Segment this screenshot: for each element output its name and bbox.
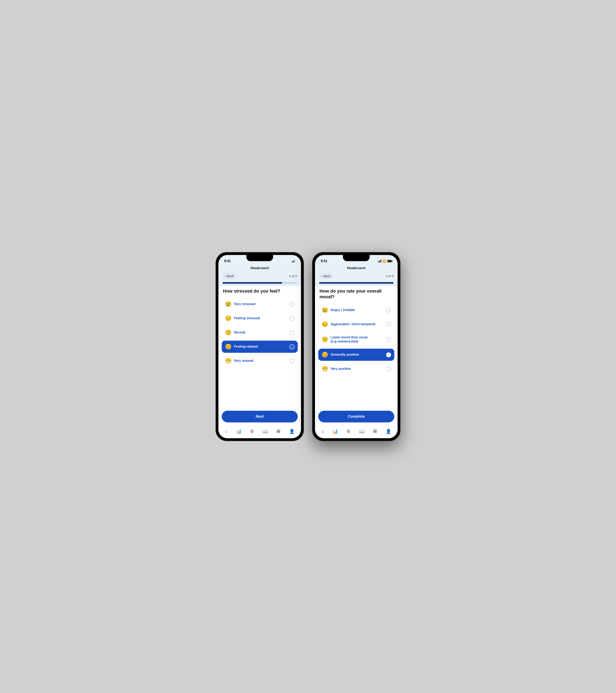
option-emoji-3: 🙂 xyxy=(225,329,232,336)
wifi-icon-2: 📶 xyxy=(383,259,386,263)
tab-book-2[interactable]: 📖 xyxy=(357,428,366,435)
option-check-5: ✓ xyxy=(290,358,294,363)
option-check-2-5: ✓ xyxy=(386,367,391,372)
back-chevron-2: ‹ xyxy=(321,274,322,278)
back-button-2[interactable]: ‹ Back xyxy=(319,273,333,279)
progress-fill-2 xyxy=(319,282,394,284)
tab-book-1[interactable]: 📖 xyxy=(261,428,270,435)
progress-bg-2 xyxy=(319,282,394,284)
signal-icon-1 xyxy=(292,260,295,262)
back-button-1[interactable]: ‹ Back xyxy=(222,273,237,279)
battery-icon-2 xyxy=(387,260,392,262)
notch-1 xyxy=(246,255,273,261)
option-1-very-relaxed[interactable]: 😁 Very relaxed ✓ xyxy=(222,355,298,367)
option-check-4: ✓ xyxy=(290,344,294,349)
step-indicator-1: 4 of 5 xyxy=(289,274,297,278)
back-label-1: Back xyxy=(227,274,234,278)
back-label-2: Back xyxy=(323,274,330,278)
option-emoji-2-3: 😕 xyxy=(322,336,328,343)
option-text-2: Feeling stressed xyxy=(234,316,287,320)
tab-building-2[interactable]: 🏛 xyxy=(371,428,379,435)
white-section-2: How do you rate your overall mood? 😢 Ang… xyxy=(315,286,398,438)
tab-settings-1[interactable]: ⚙ xyxy=(248,428,256,435)
bottom-button-area-2: Complete xyxy=(315,408,398,426)
option-2-angry[interactable]: 😢 Angry / irritable ✓ xyxy=(318,304,394,316)
option-1-feeling-stressed[interactable]: 😔 Feeling stressed ✓ xyxy=(222,312,298,324)
back-chevron-1: ‹ xyxy=(224,274,225,278)
profile-icon-1: 👤 xyxy=(289,429,295,434)
option-text-4: Feeling relaxed xyxy=(234,344,287,349)
next-button[interactable]: Next xyxy=(222,411,298,422)
option-text-1: Very stressed xyxy=(234,302,287,306)
signal-icon-2 xyxy=(378,260,381,262)
phone-2: 9:41 📶 Headcoach xyxy=(312,252,400,441)
app-header-1: Headcoach xyxy=(218,265,301,272)
option-2-lower-mood[interactable]: 😕 Lower mood than usual (e.g unintereste… xyxy=(318,332,394,347)
tab-chart-2[interactable]: 📊 xyxy=(331,428,340,435)
option-1-normal[interactable]: 🙂 Normal ✓ xyxy=(222,326,298,339)
step-indicator-2: 5 of 5 xyxy=(386,274,394,278)
option-check-2-3: ✓ xyxy=(386,337,391,342)
profile-icon-2: 👤 xyxy=(386,429,391,434)
option-check-1: ✓ xyxy=(290,302,294,307)
option-check-2-1: ✓ xyxy=(386,308,391,313)
settings-icon-1: ⚙ xyxy=(250,429,254,434)
option-emoji-2-5: 😁 xyxy=(322,366,328,372)
tab-home-2[interactable]: ⌂ xyxy=(319,428,325,435)
nav-bar-2: ‹ Back 5 of 5 xyxy=(315,272,398,280)
progress-container-1 xyxy=(218,280,301,286)
tab-profile-1[interactable]: 👤 xyxy=(287,428,296,435)
notch-2 xyxy=(343,255,370,261)
home-icon-2: ⌂ xyxy=(321,429,324,434)
option-emoji-4: 😊 xyxy=(225,343,232,350)
question-area-2: How do you rate your overall mood? xyxy=(315,286,398,303)
phone-1: 9:41 Headcoach ‹ Back 4 of xyxy=(216,252,304,441)
progress-bg-1 xyxy=(222,282,297,284)
option-2-generally-positive[interactable]: 😊 Generally positive ✓ xyxy=(318,349,394,361)
status-icons-2: 📶 xyxy=(378,259,392,263)
nav-bar-1: ‹ Back 4 of 5 xyxy=(218,272,301,280)
status-time-1: 9:41 xyxy=(224,259,231,263)
building-icon-1: 🏛 xyxy=(276,429,281,434)
chart-icon-2: 📊 xyxy=(333,429,338,434)
option-text-5: Very relaxed xyxy=(234,359,287,363)
tab-settings-2[interactable]: ⚙ xyxy=(345,428,352,435)
tab-building-1[interactable]: 🏛 xyxy=(275,428,282,435)
option-emoji-2-1: 😢 xyxy=(322,307,328,313)
tab-home-1[interactable]: ⌂ xyxy=(223,428,229,435)
option-text-2-2: Aggravated / short tempered xyxy=(331,322,384,326)
option-text-2-3: Lower mood than usual (e.g uninterested) xyxy=(331,335,384,344)
tab-chart-1[interactable]: 📊 xyxy=(234,428,243,435)
option-check-3: ✓ xyxy=(290,330,294,335)
screen-2: 9:41 📶 Headcoach xyxy=(315,255,398,438)
option-check-2-2: ✓ xyxy=(386,322,391,327)
option-1-feeling-relaxed[interactable]: 😊 Feeling relaxed ✓ xyxy=(222,341,298,353)
screen-1: 9:41 Headcoach ‹ Back 4 of xyxy=(218,255,301,438)
building-icon-2: 🏛 xyxy=(373,429,377,434)
question-area-1: How stressed do you feel? xyxy=(218,286,301,297)
progress-container-2 xyxy=(315,280,398,286)
question-text-2: How do you rate your overall mood? xyxy=(319,288,393,300)
home-icon-1: ⌂ xyxy=(224,429,227,434)
option-2-very-positive[interactable]: 😁 Very positive ✓ xyxy=(318,363,394,375)
book-icon-2: 📖 xyxy=(359,429,364,434)
option-emoji-1: 😢 xyxy=(225,301,232,308)
chart-icon-1: 📊 xyxy=(236,429,241,434)
settings-icon-2: ⚙ xyxy=(346,429,351,434)
option-check-2: ✓ xyxy=(290,316,294,321)
option-emoji-2-2: 😔 xyxy=(322,321,328,328)
tab-bar-2: ⌂ 📊 ⚙ 📖 🏛 👤 xyxy=(315,426,398,438)
option-text-2-4: Generally positive xyxy=(331,353,384,357)
option-text-2-1: Angry / irritable xyxy=(331,308,384,312)
white-section-1: How stressed do you feel? 😢 Very stresse… xyxy=(218,286,301,438)
complete-button[interactable]: Complete xyxy=(318,411,394,422)
option-2-aggravated[interactable]: 😔 Aggravated / short tempered ✓ xyxy=(318,318,394,330)
option-text-3: Normal xyxy=(234,330,287,335)
progress-fill-1 xyxy=(222,282,282,284)
bottom-button-area-1: Next xyxy=(218,408,301,426)
tab-bar-1: ⌂ 📊 ⚙ 📖 🏛 👤 xyxy=(218,426,301,438)
tab-profile-2[interactable]: 👤 xyxy=(384,428,393,435)
status-time-2: 9:41 xyxy=(321,259,327,263)
option-1-very-stressed[interactable]: 😢 Very stressed ✓ xyxy=(222,298,298,310)
option-emoji-5: 😁 xyxy=(225,358,232,364)
